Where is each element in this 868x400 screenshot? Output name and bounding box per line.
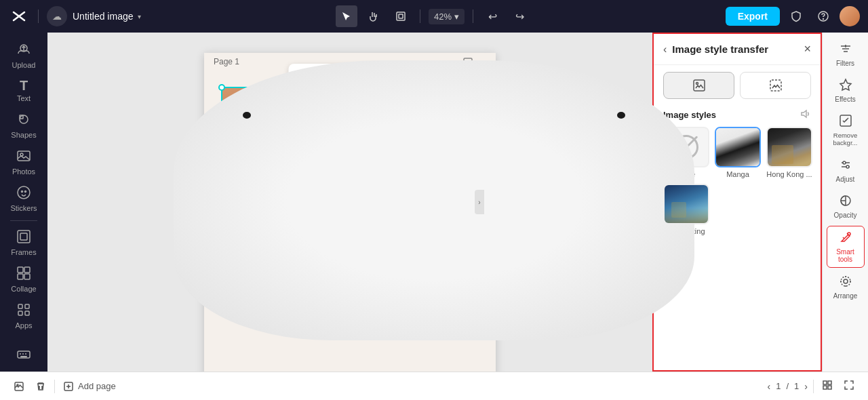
stickers-icon <box>16 185 31 202</box>
svg-rect-20 <box>25 304 29 308</box>
panel-tab-custom[interactable] <box>740 72 811 99</box>
svg-point-46 <box>844 279 848 283</box>
main-content: Upload T Text Shapes Photos Stickers <box>0 33 868 372</box>
stickers-label: Stickers <box>10 204 37 212</box>
bottom-sep2 <box>813 380 814 393</box>
sidebar-item-apps[interactable]: Apps <box>3 298 44 334</box>
svg-rect-57 <box>823 381 827 384</box>
svg-point-12 <box>25 191 26 193</box>
panel-tab-style[interactable] <box>663 72 734 99</box>
svg-point-45 <box>848 233 850 235</box>
effects-button[interactable]: Effects <box>827 74 865 107</box>
apps-icon <box>16 302 31 319</box>
adjust-label: Adjust <box>836 176 855 183</box>
apps-label: Apps <box>15 321 32 329</box>
oil-image <box>665 185 708 223</box>
remove-bg-button[interactable]: Remove backgr... <box>827 110 865 151</box>
style-label-hk: Hong Kong ... <box>766 170 812 178</box>
topbar: ☁ Untitled image ▾ 42% ▾ ↩ ↪ Export <box>0 0 868 33</box>
toolbar-center: 42% ▾ ↩ ↪ <box>146 5 720 27</box>
remove-bg-icon <box>839 114 852 129</box>
svg-point-41 <box>843 161 846 164</box>
photos-icon <box>16 148 31 165</box>
help-button[interactable] <box>812 5 834 27</box>
page-total: 1 <box>794 381 799 391</box>
style-item-hk[interactable]: Hong Kong ... <box>766 127 812 178</box>
svg-rect-8 <box>20 115 23 119</box>
filters-button[interactable]: Filters <box>827 38 865 71</box>
upload-icon <box>16 42 31 59</box>
text-label: Text <box>17 94 31 102</box>
shapes-label: Shapes <box>11 131 36 139</box>
select-tool-button[interactable] <box>336 5 357 27</box>
add-page-button[interactable]: Add page <box>60 378 119 395</box>
svg-rect-34 <box>694 80 705 91</box>
sidebar-item-photos[interactable]: Photos <box>3 144 44 180</box>
filters-icon <box>839 42 852 58</box>
far-right-sidebar: Filters Effects Remove backgr... Adjust <box>822 33 868 372</box>
style-transfer-panel: ‹ Image style transfer × Image styles <box>652 33 822 372</box>
opacity-button[interactable]: Opacity <box>827 190 865 223</box>
hand-tool-button[interactable] <box>363 5 384 27</box>
panel-back-button[interactable]: ‹ <box>663 43 667 56</box>
zoom-value: 42% <box>434 12 452 22</box>
style-thumb-oil <box>663 184 709 224</box>
page-label: Page 1 <box>214 57 239 66</box>
topbar-right: Export <box>726 5 860 27</box>
shield-button[interactable] <box>785 5 807 27</box>
svg-rect-2 <box>397 12 405 20</box>
collage-label: Collage <box>11 285 36 293</box>
svg-rect-19 <box>18 304 22 308</box>
sidebar-item-upload[interactable]: Upload <box>3 38 44 73</box>
panel-title: Image style transfer <box>672 43 798 55</box>
sidebar-item-keyboard[interactable] <box>3 343 44 366</box>
opacity-label: Opacity <box>834 212 857 219</box>
next-page-button[interactable]: › <box>804 381 808 392</box>
style-grid: None Manga <box>654 127 821 245</box>
expand-button[interactable] <box>841 377 857 396</box>
document-title-area[interactable]: Untitled image ▾ <box>73 11 141 22</box>
collapse-panel-arrow[interactable]: › <box>475 190 484 214</box>
effects-label: Effects <box>835 96 855 103</box>
view-tool-button[interactable] <box>390 5 412 27</box>
svg-rect-36 <box>770 80 781 91</box>
sidebar-item-stickers[interactable]: Stickers <box>3 181 44 216</box>
manga-image <box>716 128 760 166</box>
thumbnail-icon <box>14 381 24 392</box>
handle-top-left[interactable] <box>218 84 225 91</box>
sidebar-item-frames[interactable]: Frames <box>3 225 44 260</box>
sidebar-item-collage[interactable]: Collage <box>3 262 44 297</box>
logo-button[interactable] <box>8 5 30 27</box>
smart-tools-label: Smart tools <box>829 248 863 263</box>
arrange-icon <box>839 275 852 290</box>
section-title: Image styles <box>663 110 716 120</box>
sidebar-item-text[interactable]: T Text <box>3 75 44 106</box>
panel-tabs <box>654 65 821 106</box>
left-sidebar: Upload T Text Shapes Photos Stickers <box>0 33 47 372</box>
svg-rect-13 <box>18 231 30 243</box>
smart-tools-button[interactable]: Smart tools <box>827 226 865 268</box>
arrange-button[interactable]: Arrange <box>827 271 865 304</box>
export-button[interactable]: Export <box>726 7 780 26</box>
svg-rect-59 <box>823 386 827 389</box>
sidebar-item-shapes[interactable]: Shapes <box>3 108 44 143</box>
shapes-icon <box>16 112 31 129</box>
redo-button[interactable]: ↪ <box>509 5 530 27</box>
trash-button[interactable] <box>33 378 49 395</box>
svg-point-7 <box>20 115 28 123</box>
style-thumb-manga <box>715 127 761 167</box>
style-item-manga[interactable]: Manga <box>715 127 761 178</box>
zoom-control[interactable]: 42% ▾ <box>429 9 465 24</box>
adjust-button[interactable]: Adjust <box>827 154 865 187</box>
svg-point-11 <box>22 191 23 193</box>
undo-button[interactable]: ↩ <box>481 5 503 27</box>
panel-close-button[interactable]: × <box>804 42 811 56</box>
title-chevron: ▾ <box>138 13 141 20</box>
svg-rect-16 <box>24 267 30 273</box>
prev-page-button[interactable]: ‹ <box>768 381 771 392</box>
thumbnail-button[interactable] <box>11 378 27 395</box>
file-icon: ☁ <box>47 6 67 26</box>
user-avatar[interactable] <box>840 6 860 26</box>
grid-view-button[interactable] <box>819 377 835 396</box>
page-navigation: ‹ 1 / 1 › <box>768 381 808 392</box>
